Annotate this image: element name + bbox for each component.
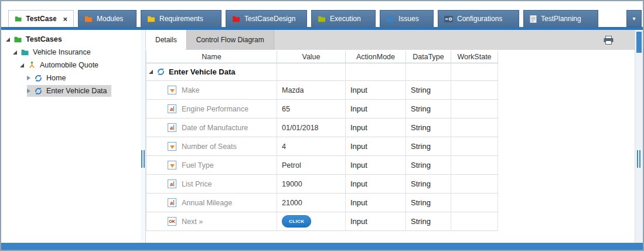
- table-row-actionmode[interactable]: Input: [346, 81, 406, 100]
- table-row-actionmode[interactable]: Input: [346, 212, 406, 231]
- table-row-workstate[interactable]: [451, 118, 498, 137]
- table-row-value[interactable]: 4: [277, 137, 346, 156]
- tab-configurations[interactable]: Configurations: [438, 10, 519, 27]
- table-row-value[interactable]: Petrol: [277, 156, 346, 175]
- tab-testcasedesign[interactable]: TestCaseDesign: [226, 10, 307, 27]
- table-row-actionmode[interactable]: Input: [346, 100, 406, 118]
- document-icon: [530, 15, 537, 23]
- table-row-workstate[interactable]: [451, 194, 498, 212]
- tab-modules[interactable]: Modules: [78, 10, 137, 27]
- expander-open-icon[interactable]: [149, 70, 153, 74]
- table-row-datatype[interactable]: String: [406, 137, 451, 156]
- table-row-name[interactable]: Annual Mileage: [146, 194, 277, 212]
- rail-segment[interactable]: [636, 32, 642, 53]
- table-row-value[interactable]: 21000: [277, 194, 346, 212]
- table-row-value[interactable]: 19000: [277, 175, 346, 194]
- close-tab-icon[interactable]: ×: [63, 15, 67, 23]
- column-header-actionmode[interactable]: ActionMode: [346, 51, 406, 63]
- click-button[interactable]: CLICK: [282, 215, 311, 228]
- table-row-workstate[interactable]: [451, 137, 498, 156]
- tab-label: Modules: [97, 15, 123, 23]
- table-row-datatype[interactable]: String: [406, 156, 451, 175]
- tab-label: Requirements: [159, 15, 203, 23]
- table-row-actionmode[interactable]: Input: [346, 156, 406, 175]
- ok-button-icon: [168, 217, 176, 226]
- tree-item-vehicle-insurance[interactable]: Vehicle Insurance: [1, 46, 141, 59]
- table-row-value[interactable]: 01/01/2018: [277, 118, 346, 137]
- table-row-actionmode[interactable]: Input: [346, 137, 406, 156]
- group-cell-workstate[interactable]: [451, 63, 498, 81]
- tab-details[interactable]: Details: [146, 30, 186, 50]
- tab-testcases[interactable]: TestCases ×: [8, 10, 74, 27]
- select-box-icon: [168, 142, 176, 151]
- table-row-datatype[interactable]: String: [406, 81, 451, 100]
- column-header-name[interactable]: Name: [146, 51, 277, 63]
- table-row-name[interactable]: Fuel Type: [146, 156, 277, 175]
- table-row-name[interactable]: Number of Seats: [146, 137, 277, 156]
- table-row-datatype[interactable]: String: [406, 194, 451, 212]
- tab-testplanning[interactable]: TestPlanning: [523, 10, 598, 27]
- group-row-label: Enter Vehicle Data: [169, 67, 235, 76]
- table-row-datatype[interactable]: String: [406, 118, 451, 137]
- folder-icon: [13, 36, 22, 43]
- tab-label: Execution: [330, 15, 361, 23]
- table-row-actionmode[interactable]: Input: [346, 194, 406, 212]
- expander-open-icon[interactable]: [13, 50, 17, 55]
- table-row-value[interactable]: Mazda: [277, 81, 346, 100]
- column-header-value[interactable]: Value: [277, 51, 346, 63]
- table-row-name[interactable]: Next »: [146, 212, 277, 231]
- tab-execution[interactable]: Execution: [311, 10, 376, 27]
- table-row-workstate[interactable]: [451, 100, 498, 118]
- group-cell-actionmode[interactable]: [346, 63, 406, 81]
- tab-label: Issues: [398, 15, 419, 23]
- tree-item-home[interactable]: Home: [1, 72, 141, 84]
- expander-open-icon[interactable]: [20, 63, 24, 67]
- tree-splitter[interactable]: [141, 30, 145, 243]
- tab-label: Details: [155, 36, 177, 44]
- expander-closed-icon[interactable]: [27, 76, 30, 80]
- expander-open-icon[interactable]: [6, 38, 10, 42]
- table-row-name[interactable]: List Price: [146, 175, 277, 194]
- tree-item-enter-vehicle-data[interactable]: Enter Vehicle Data: [1, 84, 141, 97]
- table-row-name[interactable]: Date of Manufacture: [146, 118, 277, 137]
- table-row-name[interactable]: Make: [146, 81, 277, 100]
- column-header-datatype[interactable]: DataType: [406, 51, 451, 63]
- table-row-actionmode[interactable]: Input: [346, 175, 406, 194]
- table-row-workstate[interactable]: [451, 156, 498, 175]
- expander-closed-icon[interactable]: [27, 89, 30, 93]
- tree-item-label: Vehicle Insurance: [33, 48, 91, 56]
- tab-overflow-button[interactable]: ▾: [626, 10, 642, 27]
- tree-item-label: Automobile Quote: [40, 61, 98, 69]
- group-cell-datatype[interactable]: [406, 63, 451, 81]
- text-input-icon: [168, 123, 176, 132]
- tab-label: TestCaseDesign: [244, 15, 295, 23]
- table-row-value[interactable]: 65: [277, 100, 346, 118]
- table-row-workstate[interactable]: [451, 81, 498, 100]
- table-row-datatype[interactable]: String: [406, 212, 451, 231]
- folder-icon: [15, 15, 22, 22]
- tab-control-flow-diagram[interactable]: Control Flow Diagram: [186, 30, 274, 50]
- group-row-name[interactable]: Enter Vehicle Data: [146, 63, 277, 81]
- tab-issues[interactable]: Issues: [380, 10, 434, 27]
- group-cell-value[interactable]: [277, 63, 346, 81]
- table-row-actionmode[interactable]: Input: [346, 118, 406, 137]
- tab-label: TestCases: [26, 15, 56, 23]
- table-row-datatype[interactable]: String: [406, 175, 451, 194]
- print-button[interactable]: [603, 35, 614, 45]
- tree-item-automobile-quote[interactable]: Automobile Quote: [1, 59, 141, 72]
- tab-requirements[interactable]: Requirements: [141, 10, 222, 27]
- folder-icon: [232, 15, 240, 22]
- table-row-datatype[interactable]: String: [406, 100, 451, 118]
- table-row-name[interactable]: Engine Performance: [146, 100, 277, 118]
- table-row-value: CLICK: [277, 212, 346, 231]
- table-row-workstate[interactable]: [451, 175, 498, 194]
- column-header-workstate[interactable]: WorkState: [451, 51, 498, 63]
- right-splitter-rail[interactable]: [635, 30, 643, 243]
- table-row-workstate[interactable]: [451, 212, 498, 231]
- tree-item-testcases[interactable]: TestCases: [1, 33, 141, 46]
- text-input-icon: [168, 179, 176, 188]
- testcase-details-table: Name Value ActionMode DataType WorkState…: [146, 51, 498, 231]
- tab-label: Configurations: [457, 15, 502, 23]
- tree-item-label: Enter Vehicle Data: [46, 87, 107, 95]
- main-tab-bar: TestCases × Modules Requirements TestCas…: [1, 1, 643, 27]
